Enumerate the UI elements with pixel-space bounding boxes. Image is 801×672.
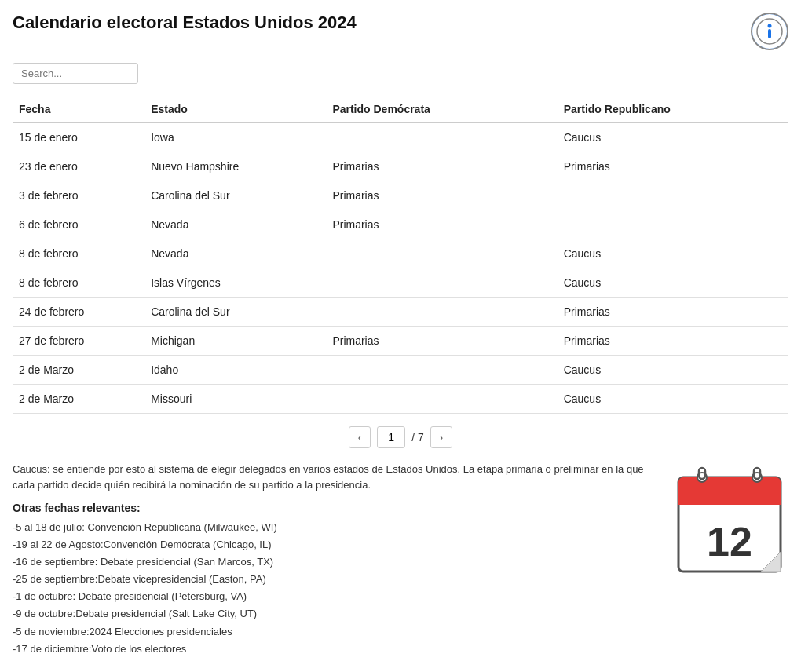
cell-fecha: 6 de febrero (13, 210, 144, 239)
pagination: ‹ / 7 › (13, 426, 788, 448)
table-row: 3 de febrero Carolina del Sur Primarias (13, 181, 788, 210)
page-total: / 7 (411, 431, 424, 444)
table-body: 15 de enero Iowa Caucus 23 de enero Nuev… (13, 122, 788, 414)
search-input[interactable] (13, 63, 138, 84)
cell-democrata (326, 385, 557, 414)
cell-democrata (326, 298, 557, 327)
page-number-input[interactable] (377, 426, 405, 448)
other-dates-list: -5 al 18 de julio: Convención Republican… (13, 519, 655, 658)
cell-republicano: Primarias (558, 327, 788, 356)
cell-democrata (326, 268, 557, 298)
table-row: 15 de enero Iowa Caucus (13, 122, 788, 152)
table-row: 8 de febrero Nevada Caucus (13, 239, 788, 268)
calendar-svg: 12 (671, 462, 788, 579)
svg-text:12: 12 (707, 519, 752, 564)
info-icon (756, 18, 783, 45)
page-header: Calendario electoral Estados Unidos 2024 (13, 13, 788, 50)
cell-democrata (326, 356, 557, 385)
list-item: -5 de noviembre:2024 Elecciones presiden… (13, 623, 655, 641)
cell-fecha: 8 de febrero (13, 239, 144, 268)
table-header: Fecha Estado Partido Demócrata Partido R… (13, 97, 788, 122)
cell-estado: Iowa (144, 122, 326, 152)
list-item: -19 al 22 de Agosto:Convención Demócrata… (13, 536, 655, 553)
cell-fecha: 8 de febrero (13, 268, 144, 298)
cell-republicano: Caucus (558, 385, 788, 414)
calendar-illustration: 12 (671, 462, 788, 582)
cell-democrata: Primarias (326, 181, 557, 210)
next-page-button[interactable]: › (430, 426, 452, 448)
table-row: 24 de febrero Carolina del Sur Primarias (13, 298, 788, 327)
list-item: -1 de octubre: Debate presidencial (Pete… (13, 588, 655, 605)
col-estado: Estado (144, 97, 326, 122)
cell-republicano (558, 210, 788, 239)
cell-fecha: 3 de febrero (13, 181, 144, 210)
cell-fecha: 2 de Marzo (13, 385, 144, 414)
col-democrata: Partido Demócrata (326, 97, 557, 122)
svg-rect-5 (678, 495, 781, 505)
cell-republicano: Caucus (558, 122, 788, 152)
cell-democrata: Primarias (326, 327, 557, 356)
elections-table: Fecha Estado Partido Demócrata Partido R… (13, 97, 788, 414)
footnote-area: Caucus: se entiende por esto al sistema … (13, 462, 655, 658)
cell-estado: Carolina del Sur (144, 298, 326, 327)
prev-page-button[interactable]: ‹ (349, 426, 371, 448)
cell-estado: Missouri (144, 385, 326, 414)
cell-estado: Islas Vírgenes (144, 268, 326, 298)
cell-estado: Idaho (144, 356, 326, 385)
cell-estado: Michigan (144, 327, 326, 356)
table-row: 27 de febrero Michigan Primarias Primari… (13, 327, 788, 356)
cell-republicano: Primarias (558, 298, 788, 327)
svg-point-1 (768, 24, 772, 28)
col-fecha: Fecha (13, 97, 144, 122)
cell-republicano (558, 181, 788, 210)
table-row: 23 de enero Nuevo Hampshire Primarias Pr… (13, 152, 788, 181)
cell-estado: Nevada (144, 239, 326, 268)
cell-democrata (326, 239, 557, 268)
page-title: Calendario electoral Estados Unidos 2024 (13, 13, 357, 33)
col-republicano: Partido Republicano (558, 97, 788, 122)
logo-icon (751, 13, 788, 50)
cell-republicano: Caucus (558, 239, 788, 268)
cell-fecha: 27 de febrero (13, 327, 144, 356)
table-row: 2 de Marzo Idaho Caucus (13, 356, 788, 385)
cell-fecha: 2 de Marzo (13, 356, 144, 385)
cell-republicano: Caucus (558, 356, 788, 385)
logo-inner (752, 14, 787, 49)
cell-democrata: Primarias (326, 152, 557, 181)
cell-fecha: 24 de febrero (13, 298, 144, 327)
list-item: -16 de septiembre: Debate presidencial (… (13, 553, 655, 571)
cell-fecha: 23 de enero (13, 152, 144, 181)
table-row: 2 de Marzo Missouri Caucus (13, 385, 788, 414)
cell-estado: Nevada (144, 210, 326, 239)
table-row: 8 de febrero Islas Vírgenes Caucus (13, 268, 788, 298)
cell-democrata: Primarias (326, 210, 557, 239)
bottom-section: Caucus: se entiende por esto al sistema … (13, 462, 788, 658)
list-item: -17 de diciembre:Voto de los electores (13, 641, 655, 658)
caucus-definition: Caucus: se entiende por esto al sistema … (13, 462, 655, 492)
cell-fecha: 15 de enero (13, 122, 144, 152)
list-item: -9 de octubre:Debate presidencial (Salt … (13, 605, 655, 623)
list-item: -25 de septiembre:Debate vicepresidencia… (13, 571, 655, 588)
cell-democrata (326, 122, 557, 152)
list-item: -5 al 18 de julio: Convención Republican… (13, 519, 655, 536)
cell-estado: Carolina del Sur (144, 181, 326, 210)
cell-estado: Nuevo Hampshire (144, 152, 326, 181)
cell-republicano: Caucus (558, 268, 788, 298)
svg-rect-2 (768, 29, 771, 38)
table-row: 6 de febrero Nevada Primarias (13, 210, 788, 239)
cell-republicano: Primarias (558, 152, 788, 181)
other-dates-title: Otras fechas relevantes: (13, 502, 655, 514)
